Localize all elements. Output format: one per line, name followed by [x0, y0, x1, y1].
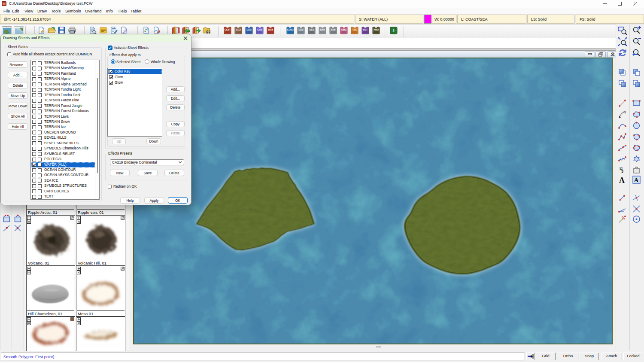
svg-text:SS6: SS6 [331, 28, 335, 31]
svg-text:CC3+: CC3+ [225, 28, 231, 31]
svg-text:DD3: DD3 [268, 28, 273, 31]
svg-text:CA3: CA3 [257, 28, 262, 31]
svg-text:SMC: SMC [341, 28, 346, 31]
svg-text:TTC: TTC [352, 28, 357, 31]
svg-text:SS5: SS5 [320, 28, 325, 31]
svg-text:CS3: CS3 [299, 28, 304, 31]
svg-text:CD3: CD3 [246, 28, 251, 31]
svg-text:COS3: COS3 [287, 28, 294, 31]
svg-text:1: 1 [393, 28, 395, 33]
svg-text:DJT: DJT [363, 28, 368, 31]
svg-text:2: 2 [621, 167, 623, 170]
svg-text:A: A [634, 177, 639, 183]
svg-text:AW2: AW2 [374, 28, 379, 31]
svg-text:A: A [619, 176, 625, 185]
svg-text:SS1: SS1 [310, 28, 314, 31]
svg-text:CC3: CC3 [236, 28, 240, 31]
